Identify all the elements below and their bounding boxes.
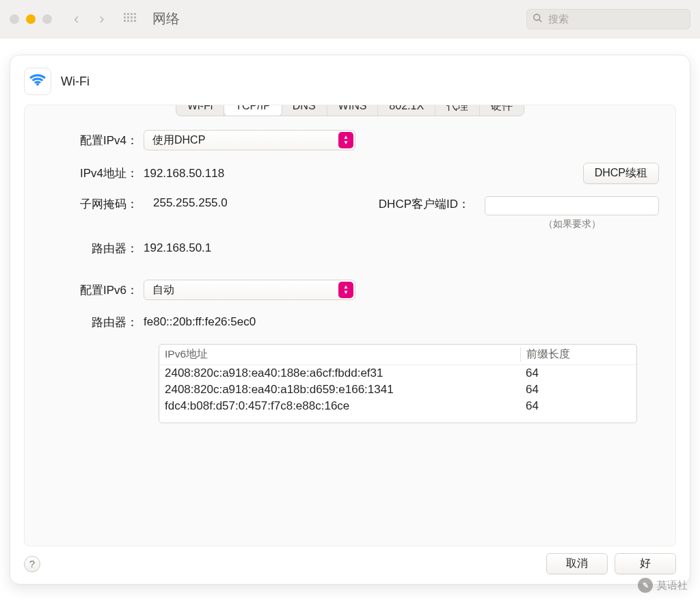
ipv6-address-cell: 2408:820c:a918:ea40:188e:a6cf:fbdd:ef31 [165, 366, 520, 380]
show-all-icon[interactable] [124, 13, 136, 25]
minimize-window-button[interactable] [26, 14, 36, 24]
subnet-mask-value: 255.255.255.0 [153, 196, 269, 210]
tab-[interactable]: 代理 [435, 105, 480, 116]
ipv6-address-table[interactable]: IPv6地址 前缀长度 2408:820c:a918:ea40:188e:a6c… [159, 344, 637, 423]
cancel-button[interactable]: 取消 [546, 553, 608, 574]
tab-wifi[interactable]: Wi-Fi [176, 105, 224, 116]
tab-8021x[interactable]: 802.1X [378, 105, 435, 116]
help-button[interactable]: ? [24, 556, 40, 572]
network-advanced-sheet: Wi-Fi Wi-FiTCP/IPDNSWINS802.1X代理硬件 配置IPv… [10, 55, 690, 585]
dhcp-clientid-input[interactable] [485, 196, 659, 215]
sheet-title: Wi-Fi [61, 75, 90, 89]
watermark: ✎ 莫语社 [638, 578, 688, 593]
back-button[interactable]: ‹ [67, 9, 85, 29]
wifi-icon [24, 68, 51, 95]
subnet-mask-label: 子网掩码： [41, 196, 144, 212]
search-icon [533, 13, 543, 25]
ipv4-address-label: IPv4地址： [41, 165, 144, 181]
ipv6-config-select[interactable]: 自动 ▲▼ [144, 280, 355, 300]
watermark-text: 莫语社 [657, 579, 688, 592]
tab-dns[interactable]: DNS [282, 105, 327, 116]
dhcp-clientid-hint: （如果要求） [543, 218, 601, 230]
ipv4-router-label: 路由器： [41, 241, 144, 256]
ipv6-router-value: fe80::20b:ff:fe26:5ec0 [144, 315, 256, 329]
close-window-button[interactable] [10, 14, 19, 24]
ipv6-address-cell: 2408:820c:a918:ea40:a18b:d659:e166:1341 [165, 383, 520, 397]
tab-bar: Wi-FiTCP/IPDNSWINS802.1X代理硬件 [176, 105, 524, 116]
ipv4-address-value: 192.168.50.118 [144, 167, 224, 181]
window-title: 网络 [152, 10, 180, 28]
ipv6-address-cell: fdc4:b08f:d57:0:457:f7c8:e88c:16ce [165, 399, 520, 413]
search-field[interactable] [526, 9, 690, 29]
select-arrows-icon: ▲▼ [338, 282, 353, 298]
tab-[interactable]: 硬件 [480, 105, 524, 116]
ipv6-router-label: 路由器： [41, 315, 144, 330]
forward-button[interactable]: › [92, 9, 111, 29]
ipv6-prefixlen-cell: 64 [520, 399, 630, 413]
table-row[interactable]: 2408:820c:a918:ea40:188e:a6cf:fbdd:ef316… [159, 365, 636, 382]
ipv4-config-value: 使用DHCP [152, 133, 205, 148]
ipv6-col-address: IPv6地址 [165, 347, 520, 362]
table-row[interactable]: fdc4:b08f:d57:0:457:f7c8:e88c:16ce64 [159, 398, 636, 414]
ok-button[interactable]: 好 [615, 553, 676, 574]
ipv6-config-value: 自动 [152, 283, 174, 297]
ipv4-config-label: 配置IPv4： [41, 133, 144, 148]
dhcp-renew-button[interactable]: DHCP续租 [583, 163, 659, 184]
ipv6-col-prefixlen: 前缀长度 [520, 347, 630, 362]
maximize-window-button[interactable] [42, 14, 52, 24]
ipv4-config-select[interactable]: 使用DHCP ▲▼ [144, 130, 355, 150]
ipv6-prefixlen-cell: 64 [520, 383, 630, 397]
window-toolbar: ‹ › 网络 [0, 0, 700, 38]
tab-wins[interactable]: WINS [327, 105, 379, 116]
svg-line-1 [539, 19, 541, 21]
table-row[interactable]: 2408:820c:a918:ea40:a18b:d659:e166:13416… [159, 382, 636, 398]
ipv6-config-label: 配置IPv6： [41, 282, 144, 298]
select-arrows-icon: ▲▼ [338, 132, 353, 148]
traffic-lights [10, 14, 52, 24]
watermark-icon: ✎ [638, 578, 653, 593]
tab-tcpip[interactable]: TCP/IP [224, 105, 282, 116]
search-input[interactable] [547, 12, 684, 25]
ipv6-prefixlen-cell: 64 [520, 366, 630, 380]
ipv4-router-value: 192.168.50.1 [144, 241, 211, 255]
dhcp-clientid-label: DHCP客户端ID： [379, 196, 475, 212]
svg-point-0 [534, 14, 540, 20]
